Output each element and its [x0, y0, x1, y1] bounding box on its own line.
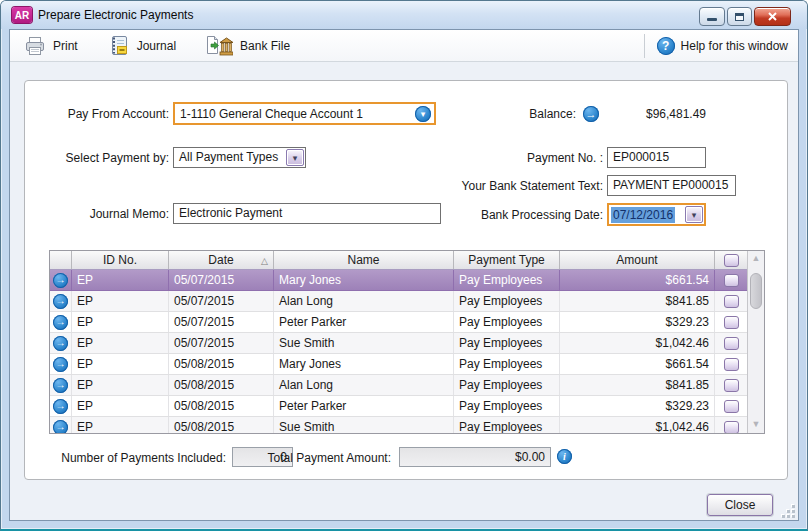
table-row[interactable]: →EP05/08/2015Mary JonesPay Employees$661…: [50, 354, 747, 375]
header-payment-type[interactable]: Payment Type: [454, 251, 560, 269]
row-detail-arrow-icon[interactable]: →: [50, 375, 72, 395]
checkbox-icon[interactable]: [724, 421, 739, 434]
row-amount: $1,042.46: [560, 333, 715, 353]
row-id: EP: [72, 375, 169, 395]
close-button[interactable]: Close: [707, 494, 773, 516]
row-include-checkbox[interactable]: [715, 354, 747, 374]
row-detail-arrow-icon[interactable]: →: [50, 333, 72, 353]
checkbox-icon[interactable]: [724, 400, 739, 413]
header-id[interactable]: ID No.: [72, 251, 169, 269]
date-selected-text: 07/12/2016: [611, 207, 675, 223]
total-payment-value: $0.00: [399, 447, 551, 467]
row-id: EP: [72, 291, 169, 311]
row-date: 05/07/2015: [169, 333, 274, 353]
print-button[interactable]: Print: [24, 36, 78, 56]
header-name[interactable]: Name: [274, 251, 454, 269]
select-all-checkbox-icon[interactable]: [724, 254, 739, 267]
row-include-checkbox[interactable]: [715, 417, 747, 433]
account-dropdown-icon[interactable]: ▾: [415, 106, 431, 122]
bank-file-label: Bank File: [240, 39, 290, 53]
scrollbar-thumb[interactable]: [750, 273, 762, 309]
payment-no-label: Payment No. :: [405, 148, 603, 168]
row-amount: $661.54: [560, 354, 715, 374]
minimize-button[interactable]: [699, 7, 725, 26]
row-include-checkbox[interactable]: [715, 312, 747, 332]
row-include-checkbox[interactable]: [715, 270, 747, 290]
row-amount: $841.85: [560, 291, 715, 311]
checkbox-icon[interactable]: [724, 379, 739, 392]
balance-drilldown-arrow-icon[interactable]: →: [583, 106, 599, 122]
row-date: 05/07/2015: [169, 312, 274, 332]
table-row[interactable]: →EP05/08/2015Sue SmithPay Employees$1,04…: [50, 417, 747, 433]
journal-icon: [108, 35, 130, 56]
scroll-up-icon[interactable]: ▲: [748, 251, 764, 267]
close-icon: [768, 12, 777, 21]
scroll-down-icon[interactable]: ▼: [748, 417, 764, 433]
help-button[interactable]: ? Help for this window: [657, 37, 788, 55]
restore-button[interactable]: [727, 7, 752, 26]
table-row[interactable]: →EP05/07/2015Mary JonesPay Employees$661…: [50, 270, 747, 291]
select-payment-by-value: All Payment Types: [174, 148, 285, 167]
checkbox-icon[interactable]: [724, 316, 739, 329]
payments-table-grid: ID No. Date△ Name Payment Type Amount →E…: [50, 251, 747, 433]
row-detail-arrow-icon[interactable]: →: [50, 354, 72, 374]
table-row[interactable]: →EP05/08/2015Peter ParkerPay Employees$3…: [50, 396, 747, 417]
bank-statement-text-input[interactable]: PAYMENT EP000015: [607, 175, 736, 196]
row-detail-arrow-icon[interactable]: →: [50, 291, 72, 311]
bank-file-icon: [206, 35, 233, 56]
row-detail-arrow-icon[interactable]: →: [50, 417, 72, 433]
bank-processing-date-label: Bank Processing Date:: [405, 205, 603, 225]
balance-value: $96,481.49: [623, 104, 729, 124]
pay-from-account-combo[interactable]: 1-1110 General Cheque Account 1 ▾: [173, 102, 436, 125]
date-dropdown-icon[interactable]: ▾: [685, 206, 703, 223]
payment-type-dropdown-icon[interactable]: ▾: [286, 149, 304, 166]
row-include-checkbox[interactable]: [715, 375, 747, 395]
select-payment-by-dropdown[interactable]: All Payment Types ▾: [173, 147, 306, 168]
checkbox-icon[interactable]: [724, 274, 739, 287]
row-include-checkbox[interactable]: [715, 333, 747, 353]
row-date: 05/08/2015: [169, 417, 274, 433]
row-detail-arrow-icon[interactable]: →: [50, 270, 72, 290]
help-label: Help for this window: [681, 39, 788, 53]
payment-no-input[interactable]: EP000015: [607, 147, 706, 168]
row-amount: $329.23: [560, 312, 715, 332]
table-row[interactable]: →EP05/07/2015Sue SmithPay Employees$1,04…: [50, 333, 747, 354]
row-payment-type: Pay Employees: [454, 375, 560, 395]
header-date[interactable]: Date△: [169, 251, 274, 269]
row-amount: $1,042.46: [560, 417, 715, 433]
row-date: 05/08/2015: [169, 375, 274, 395]
total-payment-label: Total Payment Amount:: [239, 448, 391, 468]
checkbox-icon[interactable]: [724, 337, 739, 350]
row-name: Mary Jones: [274, 270, 454, 290]
bank-statement-text-label: Your Bank Statement Text:: [365, 176, 603, 196]
select-payment-by-label: Select Payment by:: [25, 148, 169, 168]
row-include-checkbox[interactable]: [715, 291, 747, 311]
resize-grip[interactable]: [781, 504, 795, 518]
row-id: EP: [72, 333, 169, 353]
app-window: AR Prepare Electronic Payments Print: [0, 0, 808, 531]
bank-file-button[interactable]: Bank File: [206, 35, 290, 56]
row-include-checkbox[interactable]: [715, 396, 747, 416]
checkbox-icon[interactable]: [724, 295, 739, 308]
row-name: Sue Smith: [274, 333, 454, 353]
checkbox-icon[interactable]: [724, 358, 739, 371]
bank-processing-date-input[interactable]: 07/12/2016 ▾: [607, 203, 706, 226]
row-date: 05/08/2015: [169, 396, 274, 416]
table-scrollbar[interactable]: ▲ ▼: [747, 251, 764, 433]
info-icon[interactable]: i: [557, 449, 572, 464]
journal-memo-input[interactable]: Electronic Payment: [173, 203, 441, 224]
row-detail-arrow-icon[interactable]: →: [50, 396, 72, 416]
journal-button[interactable]: Journal: [108, 35, 176, 56]
header-amount[interactable]: Amount: [560, 251, 715, 269]
table-row[interactable]: →EP05/07/2015Peter ParkerPay Employees$3…: [50, 312, 747, 333]
header-select-all[interactable]: [715, 251, 747, 269]
row-detail-arrow-icon[interactable]: →: [50, 312, 72, 332]
titlebar[interactable]: AR Prepare Electronic Payments: [1, 1, 807, 29]
row-amount: $329.23: [560, 396, 715, 416]
minimize-icon: [707, 18, 717, 21]
print-label: Print: [53, 39, 78, 53]
close-window-button[interactable]: [754, 7, 791, 26]
row-name: Peter Parker: [274, 312, 454, 332]
table-row[interactable]: →EP05/08/2015Alan LongPay Employees$841.…: [50, 375, 747, 396]
table-row[interactable]: →EP05/07/2015Alan LongPay Employees$841.…: [50, 291, 747, 312]
